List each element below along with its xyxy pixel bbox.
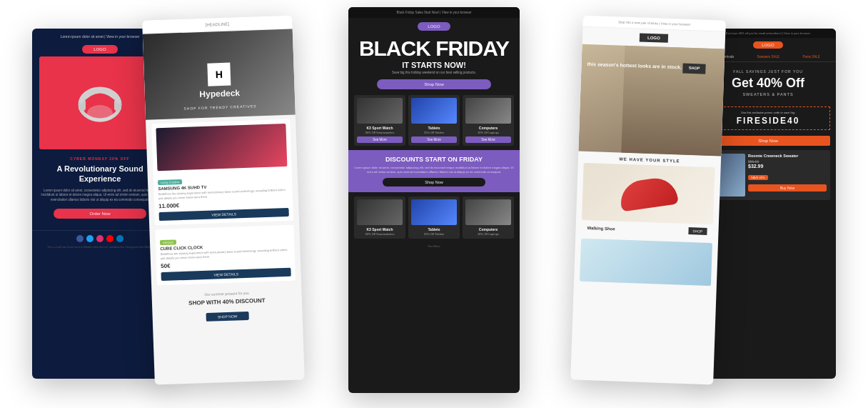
card-fashion: Step into a new pair of kicks | View in … bbox=[570, 16, 726, 385]
headphone-icon bbox=[71, 74, 128, 131]
instagram-icon[interactable] bbox=[96, 235, 104, 242]
card3-watch-off: 30% Off Smartwatches bbox=[357, 131, 403, 134]
card5-nav-item3[interactable]: Pants SALE bbox=[803, 55, 820, 59]
card4-shoe1-label: Walking Shoe bbox=[581, 223, 621, 233]
card3-shop-btn[interactable]: Shop Now bbox=[377, 79, 491, 89]
card3-description: Save big this holiday weekend on our bes… bbox=[348, 71, 520, 75]
card5-product: Roomie Crewneck Sweater $56.00 $32.99 SA… bbox=[706, 150, 830, 200]
card2-product1: Living Creative SAMSUNG 4K SUHD TV Redef… bbox=[151, 119, 293, 226]
card3-subtitle: IT STARTS NOW! bbox=[348, 61, 520, 69]
card4-hero-tagline: this season's hottest looks are in stock… bbox=[587, 61, 682, 70]
card3-product2-watch: K3 Sport Watch 30% Off Smartwatches bbox=[354, 196, 405, 239]
card3-laptop2-image bbox=[465, 199, 511, 225]
card1-description: Lorem ipsum dolor sit amet, consectetur … bbox=[39, 189, 161, 203]
card1-cyber-tag: CYBER MONDAY 20% OFF bbox=[39, 156, 161, 161]
card3-tablet-off: 25% Off Tablets bbox=[411, 131, 457, 134]
card3-product-tablet: Tablets 25% Off Tablets See More bbox=[408, 95, 460, 146]
card5-product-name: Roomie Crewneck Sweater bbox=[748, 154, 827, 158]
card2-logo-box: H bbox=[207, 63, 231, 86]
card3-topbar: Black Friday Sales Start Now! | View in … bbox=[348, 7, 520, 18]
card5-tag: FALL SAVINGS JUST FOR YOU bbox=[706, 69, 830, 74]
card3-product2-tablet: Tablets 25% Off Tablets bbox=[408, 196, 460, 239]
youtube-icon[interactable] bbox=[106, 235, 113, 242]
card5-promo-box: Use this exclusive promo code to save bi… bbox=[706, 106, 830, 130]
card5-logo-btn[interactable]: LOGO bbox=[753, 41, 782, 49]
card3-watch2-image bbox=[357, 199, 403, 225]
card5-product-info: Roomie Crewneck Sweater $56.00 $32.99 SA… bbox=[748, 154, 827, 196]
card3-see-more-tablet[interactable]: See More bbox=[411, 136, 457, 143]
card5-headline: Get 40% Off bbox=[706, 76, 830, 91]
card5-promo-label: Use this exclusive promo code to save bi… bbox=[710, 111, 826, 114]
scene: Lorem ipsum dolor sit amet | View in you… bbox=[0, 0, 868, 408]
card2-product1-image bbox=[156, 124, 287, 171]
card3-laptop-name: Computers bbox=[465, 126, 511, 130]
card3-product-laptop: Computers 20% Off Laptops See More bbox=[463, 95, 514, 146]
card3-watch2-name: K3 Sport Watch bbox=[357, 227, 403, 232]
card-black-friday: Black Friday Sales Start Now! | View in … bbox=[348, 7, 520, 393]
card4-topbar: Step into a new pair of kicks | View in … bbox=[582, 16, 725, 32]
card5-shop-btn[interactable]: Shop Now bbox=[706, 136, 830, 146]
facebook-icon[interactable] bbox=[76, 235, 84, 242]
card5-nav-item2[interactable]: Sweaters SALE bbox=[757, 55, 780, 59]
shoe-shape-icon bbox=[618, 176, 679, 212]
card2-product1-btn[interactable]: VIEW DETAILS bbox=[159, 208, 289, 221]
svg-point-3 bbox=[87, 105, 113, 122]
card1-headline: A Revolutionary Sound Experience bbox=[39, 164, 161, 184]
card4-shoe2-image bbox=[580, 239, 712, 286]
card5-promo-code: FIRESIDE40 bbox=[710, 116, 826, 126]
linkedin-icon[interactable] bbox=[116, 235, 123, 242]
twitter-icon[interactable] bbox=[86, 235, 94, 242]
card3-watch-image bbox=[357, 98, 403, 124]
card3-discount-desc: Lorem ipsum dolor sit amet, consectetur … bbox=[354, 166, 514, 174]
card1-footer: This e-mail has been sent to Mailjet cli… bbox=[32, 230, 168, 253]
card5-buy-btn[interactable]: Buy Now bbox=[748, 184, 827, 191]
card2-bottom-headline: SHOP WITH 40% DISCOUNT bbox=[158, 297, 296, 308]
card-catalogue: [HEADLINE] H Hypedeck SHOP FOR TRENDY CR… bbox=[142, 15, 305, 384]
card2-product2-tag: Lifestyle bbox=[160, 240, 176, 246]
card2-headline: [HEADLINE] bbox=[206, 22, 230, 27]
card3-product2-laptop: Computers 20% Off Laptops bbox=[463, 196, 514, 239]
card4-shoe1-shop[interactable]: SHOP bbox=[688, 227, 707, 235]
card4-hero: this season's hottest looks are in stock… bbox=[578, 44, 725, 156]
card5-sub: SWEATERS & PANTS bbox=[706, 92, 830, 96]
card3-see-more-watch[interactable]: See More bbox=[357, 136, 403, 143]
card1-social-icons bbox=[39, 235, 161, 242]
card3-watch2-off: 30% Off Smartwatches bbox=[357, 232, 403, 236]
card5-product-new-price: $32.99 bbox=[748, 164, 827, 169]
card1-hero bbox=[39, 56, 161, 149]
card2-brand: Hypedeck SHOP FOR TRENDY CREATIVES bbox=[183, 87, 257, 113]
card2-product1-tag: Living Creative bbox=[158, 179, 183, 185]
card1-footer-text: This e-mail has been sent to Mailjet cli… bbox=[39, 245, 161, 249]
card3-tablet2-image bbox=[411, 199, 457, 225]
card3-products: K3 Sport Watch 30% Off Smartwatches See … bbox=[348, 95, 520, 146]
card3-logo-btn[interactable]: LOGO bbox=[418, 22, 450, 31]
card3-discount-title: DISCOUNTS START ON FRIDAY bbox=[354, 156, 514, 163]
card2-product2: Lifestyle CUBE CLICK CLOCK Redefines the… bbox=[155, 225, 296, 286]
card3-footer: See More bbox=[348, 242, 520, 251]
card2-bottom: Our summer present for you SHOP WITH 40%… bbox=[151, 284, 303, 329]
card3-product-watch: K3 Sport Watch 30% Off Smartwatches See … bbox=[354, 95, 405, 146]
card3-laptop2-off: 20% Off Laptops bbox=[465, 232, 511, 236]
card3-discount-btn[interactable]: Shop Now bbox=[383, 178, 485, 186]
card3-tablet2-off: 25% Off Tablets bbox=[411, 232, 457, 236]
card2-shop-btn[interactable]: SHOP NOW bbox=[206, 312, 249, 322]
card2-hero: H Hypedeck SHOP FOR TRENDY CREATIVES bbox=[143, 29, 296, 119]
card2-product2-btn[interactable]: VIEW DETAILS bbox=[161, 268, 291, 281]
card3-laptop-off: 20% Off Laptops bbox=[465, 131, 511, 134]
card4-shop-btn[interactable]: SHOP bbox=[683, 64, 706, 74]
card3-see-more-laptop[interactable]: See More bbox=[465, 136, 511, 143]
card3-products2: K3 Sport Watch 30% Off Smartwatches Tabl… bbox=[348, 196, 520, 239]
card3-tablet2-name: Tablets bbox=[411, 227, 457, 232]
card3-laptop-image bbox=[465, 98, 511, 124]
card3-tablet-name: Tablets bbox=[411, 126, 457, 130]
card3-bf-title: BLACK FRIDAY bbox=[348, 35, 520, 59]
card1-order-button[interactable]: Order Now bbox=[54, 209, 146, 219]
card2-brand-name: Hypedeck bbox=[183, 87, 257, 100]
card4-shoe1-image bbox=[582, 163, 715, 224]
card3-discount-section: DISCOUNTS START ON FRIDAY Lorem ipsum do… bbox=[348, 150, 520, 192]
card4-logo: LOGO bbox=[640, 33, 668, 42]
card2-brand-sub: SHOP FOR TRENDY CREATIVES bbox=[183, 104, 256, 111]
card5-product-save: SAVE 40% bbox=[748, 175, 768, 180]
card3-watch-name: K3 Sport Watch bbox=[357, 126, 403, 130]
card1-logo-btn[interactable]: LOGO bbox=[82, 45, 118, 54]
